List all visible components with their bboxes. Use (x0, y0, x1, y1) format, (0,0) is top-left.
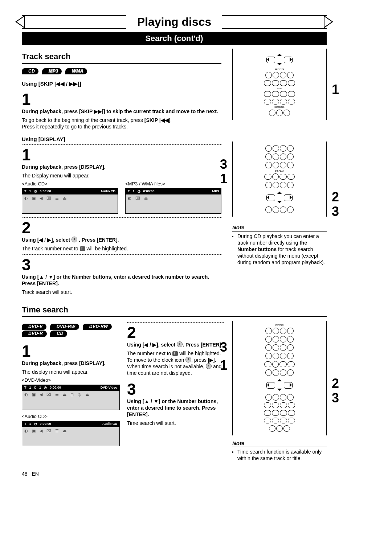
osd-type: MP3 (212, 189, 219, 194)
text: Using [◀ / ▶], select (127, 342, 177, 348)
skip-step1-body: To go back to the beginning of the curre… (22, 117, 221, 130)
divider (22, 217, 221, 218)
text: The track number next to (22, 246, 80, 251)
osd-icon-row: ◐ ▣ ◀ ⌧ ☰ ⏏ ◻ ◎ ⏏ (22, 391, 119, 398)
time-note: Note Time search function is available o… (232, 440, 327, 462)
clock-icon: ◔ (44, 386, 47, 390)
lbl: SKIP (235, 87, 324, 90)
skip-step1-bold: During playback, press [SKIP ▶▶|] to ski… (22, 108, 221, 115)
display-step2-body: The track number next to will be highlig… (22, 245, 221, 252)
pill-mp3: MP3 (42, 68, 62, 75)
time-search-heading: Time search (22, 305, 327, 317)
page-lang: EN (32, 471, 38, 477)
lbl: DUBBING (235, 106, 324, 108)
skip-back-label: [SKIP |◀◀] (144, 117, 171, 123)
osd-t: T (128, 189, 130, 194)
time-pills: DVD-V DVD-RW DVD-RW DVD-R CD (22, 323, 120, 337)
format-pills: CD MP3 WMA (22, 67, 221, 75)
time-step3-body: Time search will start. (127, 420, 225, 426)
note-text: Time search function is available only w… (237, 448, 327, 462)
page-footer: 48 EN (22, 471, 327, 477)
divider (127, 322, 225, 323)
track-search-heading: Track search (22, 52, 221, 64)
dvd-video-label: <DVD-Video> (22, 377, 120, 384)
lbl: POWER (235, 324, 324, 326)
step-number-1b: 1 (22, 147, 221, 163)
osd-type: DVD-Video (101, 386, 117, 390)
time-step-2: 2 (127, 325, 225, 341)
display-step2-bold: Using [◀ / ▶], select . Press [ENTER]. (22, 237, 221, 243)
clock-icon: ◔ (34, 422, 37, 426)
osd-num: 1 (29, 422, 31, 426)
osd-dvd-video: T 1 C 1 ◔ 0:00:00 DVD-Video ◐ ▣ ◀ ⌧ ☰ ⏏ … (22, 385, 120, 410)
clock-icon: ◔ (138, 189, 140, 194)
remote-diagram-skip: REC/OTR SKIP DUBBING 1 (232, 49, 327, 120)
osd-audio-cd: T 1 ◔ 0:00:00 Audio CD ◐ ▣ ◀ ⌧ ☰ ⏏ (22, 188, 118, 214)
osd-type: Audio CD (101, 189, 115, 194)
osd-icon-row: ◐ ⌧ ⏏ (126, 194, 221, 202)
page-title-banner: Playing discs (22, 15, 327, 30)
osd-num: 1 (133, 189, 135, 194)
text: Using [◀ / ▶], select (22, 237, 72, 243)
osd-type: Audio CD (102, 422, 117, 426)
text: will be highlighted. (178, 351, 221, 356)
mp3-label: <MP3 / WMA files> (125, 181, 221, 187)
sub-banner: Search (cont'd) (22, 32, 327, 45)
note-text: During CD playback you can enter a track… (237, 233, 327, 266)
text: . Press [ENTER]. (77, 237, 119, 243)
audio-cd-label2: <Audio CD> (22, 414, 120, 420)
osd-time: 0:00:00 (40, 422, 51, 426)
osd-time: 0:00:00 (143, 189, 155, 194)
pill-dvdv: DVD-V (22, 324, 46, 330)
divider (127, 379, 225, 379)
callout-1: 1 (220, 171, 227, 188)
osd-cnum: 1 (39, 386, 41, 390)
clock-icon (185, 357, 191, 362)
text: When time search is not available, (127, 364, 206, 369)
time-step-3: 3 (127, 381, 225, 397)
pill-dvdrw-vr: DVD-RW (83, 324, 112, 330)
osd-icon-row: ◐ ▣ ◀ ⌧ ☰ ⏏ (22, 194, 118, 202)
page-title: Playing discs (126, 15, 222, 30)
osd-audio-cd2: T 1 ◔ 0:00:00 Audio CD ◐ ▣ ◀ ⌧ ☰ ⏏ (22, 421, 120, 446)
time-step1-body: The display menu will appear. (22, 369, 120, 375)
osd-t: T (24, 386, 26, 390)
callout-1: 1 (332, 81, 339, 98)
clock-icon (206, 363, 212, 369)
text: Press it repeatedly to go to the previou… (22, 124, 128, 130)
using-skip-heading: Using [SKIP |◀◀ / ▶▶|] (22, 80, 221, 87)
using-display-heading: Using [DISPLAY] (22, 136, 221, 143)
osd-time: 0:00:00 (50, 386, 61, 390)
callout-1: 1 (220, 357, 227, 374)
divider (22, 144, 221, 145)
divider (22, 341, 120, 341)
osd-t: T (24, 189, 26, 194)
text: will be highlighted. (86, 246, 128, 251)
step-number-2: 2 (22, 220, 221, 236)
text: To move to the clock icon (127, 357, 185, 363)
clock-select-icon (72, 237, 77, 242)
pill-dvdr: DVD-R (22, 331, 47, 337)
time-step3-bold: Using [▲ / ▼] or the Number buttons, ent… (127, 398, 225, 418)
remote-diagram-time: 3 1 2 3 POWER (232, 321, 327, 435)
divider (22, 254, 221, 255)
track-note: Note During CD playback you can enter a … (232, 224, 327, 266)
text: To go back to the beginning of the curre… (22, 117, 144, 123)
osd-tnum: 1 (29, 386, 31, 390)
callout-3: 3 (332, 203, 339, 220)
time-step2-body: The number next to will be highlighted. … (127, 350, 225, 377)
remote-diagram-display: 3 1 2 3 DISPLAY (232, 142, 327, 217)
note-heading: Note (232, 440, 327, 447)
osd-icon-row: ◐ ▣ ◀ ⌧ ☰ ⏏ (22, 427, 119, 434)
pill-dvdrw-video: DVD-RW (50, 324, 79, 330)
audio-cd-label: <Audio CD> (22, 181, 118, 187)
step-number-1: 1 (22, 91, 221, 107)
osd-t: T (24, 422, 26, 426)
divider (22, 89, 221, 89)
note-heading: Note (232, 224, 327, 231)
text: , press [▶]. (191, 357, 216, 363)
callout-3: 3 (220, 339, 227, 356)
t-icon (172, 351, 178, 356)
pill-cd: CD (22, 68, 38, 75)
time-step1-bold: During playback, press [DISPLAY]. (22, 360, 120, 366)
